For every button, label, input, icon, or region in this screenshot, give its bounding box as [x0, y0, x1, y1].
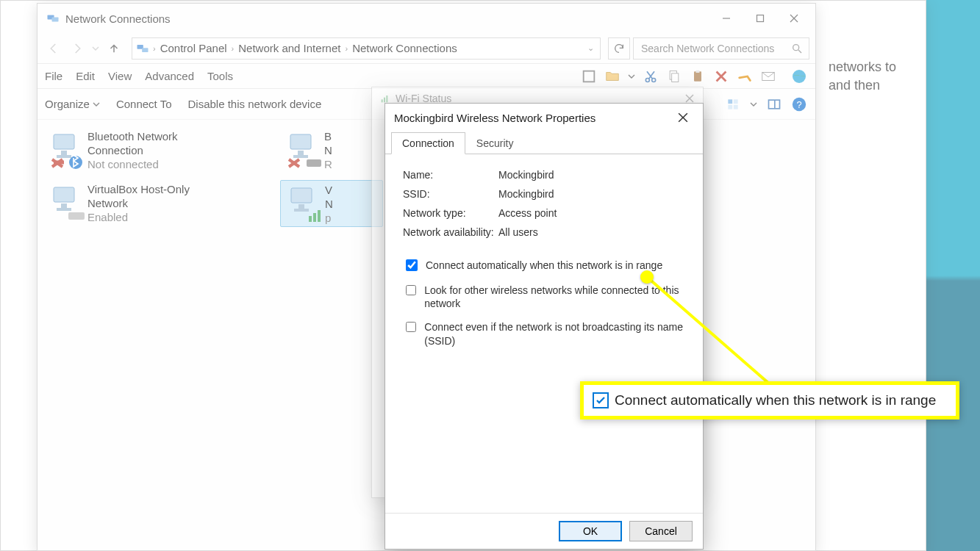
svg-rect-3	[757, 15, 764, 22]
tab-security[interactable]: Security	[465, 132, 525, 154]
svg-rect-17	[694, 71, 701, 81]
help-icon[interactable]: ?	[790, 96, 808, 113]
breadcrumb-item-control-panel[interactable]: Control Panel	[156, 42, 232, 54]
dialog-titlebar[interactable]: Mockingbird Wireless Network Properties	[385, 104, 703, 132]
breadcrumb-item-network-connections[interactable]: Network Connections	[348, 42, 462, 54]
annotation-callout: Connect automatically when this network …	[580, 381, 959, 419]
connection-status: R	[324, 158, 332, 172]
delete-icon[interactable]	[712, 68, 730, 85]
connection-item-virtualbox[interactable]: VirtualBox Host-Only Network Enabled	[43, 180, 264, 227]
ok-button[interactable]: OK	[559, 521, 622, 541]
dialog-buttons: OK Cancel	[385, 513, 703, 549]
tab-connection[interactable]: Connection	[391, 132, 465, 154]
menu-advanced[interactable]: Advanced	[145, 70, 194, 82]
breadcrumb-item-network-internet[interactable]: Network and Internet	[234, 42, 345, 54]
connection-status: p	[325, 212, 333, 226]
connection-name: VirtualBox Host-Only	[87, 183, 190, 197]
svg-line-9	[798, 50, 801, 53]
connection-item-bluetooth[interactable]: Bluetooth Network Connection Not connect…	[43, 127, 264, 174]
chevron-down-icon[interactable]	[749, 96, 758, 113]
folder-icon[interactable]	[604, 68, 621, 85]
svg-rect-32	[61, 151, 67, 155]
svg-rect-25	[728, 104, 732, 109]
nav-bar: › Control Panel › Network and Internet ›…	[37, 33, 815, 64]
checkbox-connect-auto[interactable]	[406, 259, 418, 271]
wireless-properties-dialog: Mockingbird Wireless Network Properties …	[385, 103, 704, 550]
label-ssid: SSID:	[403, 188, 498, 200]
recent-dropdown[interactable]	[90, 38, 101, 59]
svg-rect-31	[54, 134, 74, 149]
svg-rect-24	[734, 99, 738, 104]
up-button[interactable]	[104, 38, 124, 59]
checkbox-connect-hidden[interactable]	[406, 321, 416, 333]
label-network-availability: Network availability:	[403, 226, 498, 238]
connection-item-wifi[interactable]: V N p	[280, 180, 383, 227]
paste-icon[interactable]	[689, 68, 707, 85]
svg-point-8	[793, 44, 799, 50]
svg-rect-26	[734, 104, 738, 109]
background-text: networks to and then	[829, 58, 896, 95]
svg-rect-40	[298, 151, 304, 155]
cancel-button[interactable]: Cancel	[629, 521, 693, 541]
rename-icon[interactable]	[736, 68, 754, 85]
menu-edit[interactable]: Edit	[76, 70, 95, 82]
maximize-button[interactable]	[743, 7, 777, 30]
breadcrumb[interactable]: › Control Panel › Network and Internet ›…	[132, 37, 601, 60]
annotation-text: Connect automatically when this network …	[615, 392, 936, 408]
copy-icon[interactable]	[665, 68, 683, 85]
menu-view[interactable]: View	[108, 70, 132, 82]
forward-button[interactable]	[67, 38, 87, 59]
cmd-organize[interactable]: Organize	[45, 98, 100, 110]
connection-status: Not connected	[87, 158, 178, 172]
connection-name: Bluetooth Network	[87, 130, 178, 144]
back-button[interactable]	[43, 38, 64, 59]
dialog-title: Mockingbird Wireless Network Properties	[394, 112, 672, 124]
svg-rect-1	[52, 18, 59, 22]
search-icon[interactable]	[791, 43, 803, 54]
svg-rect-23	[728, 99, 732, 104]
bg-line-1: networks to	[829, 58, 896, 76]
label-connect-hidden[interactable]: Connect even if the network is not broad…	[424, 320, 685, 347]
label-connect-auto[interactable]: Connect automatically when this network …	[426, 259, 662, 272]
search-input[interactable]	[640, 42, 791, 55]
view-options-icon[interactable]	[724, 96, 742, 113]
minimize-button[interactable]	[709, 7, 743, 30]
envelope-icon[interactable]	[759, 68, 777, 85]
svg-rect-54	[318, 210, 321, 222]
connection-name: B	[324, 130, 332, 144]
cut-icon[interactable]	[642, 68, 659, 85]
globe-icon[interactable]	[790, 68, 808, 85]
value-name: Mockingbird	[498, 169, 554, 181]
bg-line-2: and then	[829, 76, 896, 95]
menu-file[interactable]: File	[45, 70, 62, 82]
titlebar[interactable]: Network Connections	[37, 4, 815, 33]
svg-point-22	[793, 70, 806, 83]
close-button[interactable]	[672, 107, 694, 129]
search-box[interactable]	[633, 37, 809, 60]
connection-item[interactable]: B N R	[280, 127, 354, 174]
chevron-down-icon[interactable]	[627, 68, 636, 85]
preview-pane-icon[interactable]	[765, 96, 783, 113]
annotation-dot	[640, 270, 654, 284]
svg-rect-41	[293, 155, 308, 158]
adapter-icon	[48, 130, 87, 170]
properties-icon[interactable]	[580, 68, 598, 85]
close-button[interactable]	[777, 7, 811, 30]
refresh-button[interactable]	[608, 37, 630, 60]
cmd-disable-device[interactable]: Disable this network device	[187, 98, 321, 110]
connection-sub: N	[324, 144, 332, 158]
svg-rect-18	[696, 70, 700, 72]
menu-tools[interactable]: Tools	[207, 70, 233, 82]
checkbox-icon	[593, 392, 609, 408]
chevron-down-icon	[93, 101, 100, 108]
svg-rect-10	[584, 71, 595, 82]
cmd-connect-to[interactable]: Connect To	[116, 98, 172, 110]
svg-rect-48	[68, 212, 85, 220]
svg-rect-50	[298, 204, 304, 209]
chevron-down-icon[interactable]: ⌄	[584, 43, 597, 53]
connection-name: V	[325, 184, 333, 198]
connection-sub: Network	[87, 197, 190, 211]
checkbox-look-other[interactable]	[406, 284, 416, 296]
window-title: Network Connections	[65, 12, 709, 25]
label-look-other[interactable]: Look for other wireless networks while c…	[424, 284, 685, 310]
